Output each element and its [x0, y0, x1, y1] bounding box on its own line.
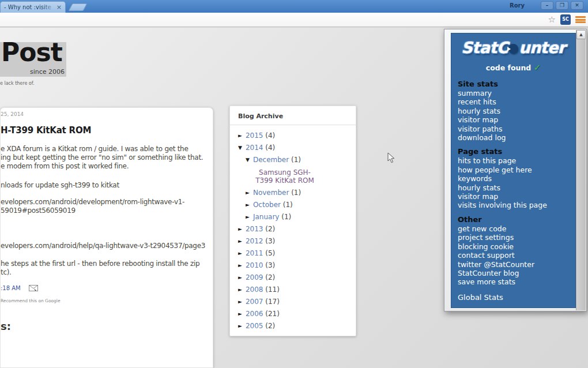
sc-link[interactable]: how people get here	[458, 166, 575, 174]
statcounter-extension-icon[interactable]: SC	[560, 14, 571, 25]
archive-row: ►2012 (3)	[238, 238, 356, 245]
post-url-link[interactable]: evelopers.com/android/help/qa-lightwave-…	[1, 242, 205, 250]
scroll-up-icon[interactable]: ▲	[576, 30, 586, 39]
archive-count: (3)	[263, 237, 275, 245]
archive-link[interactable]: 2015	[246, 132, 263, 140]
statcounter-panel: StatCunter code found ✓ Site statssummar…	[451, 33, 576, 308]
archive-count: (2)	[263, 322, 275, 330]
mouse-cursor	[387, 152, 395, 164]
post-url-link[interactable]: evelopers.com/android/development/rom-li…	[1, 198, 184, 206]
bookmark-star-icon[interactable]: ☆	[548, 14, 556, 25]
expand-triangle-icon[interactable]: ►	[246, 202, 250, 208]
archive-link[interactable]: 2012	[246, 237, 263, 245]
popup-scrollbar[interactable]: ▲	[576, 30, 586, 310]
close-icon[interactable]: ✕	[571, 1, 583, 10]
archive-link[interactable]: 2007	[246, 298, 263, 306]
expand-triangle-icon[interactable]: ►	[238, 299, 242, 305]
chrome-menu-icon[interactable]	[575, 16, 586, 24]
archive-link[interactable]: December	[253, 156, 289, 164]
archive-link[interactable]: 2010	[246, 261, 263, 269]
post-title[interactable]: H-T399 KitKat ROM	[1, 125, 91, 136]
sc-link[interactable]: download log	[458, 133, 575, 142]
sc-link[interactable]: blocking cookie	[458, 242, 575, 251]
post-body-line: nloads for update sgh-t399 to kitkat	[1, 181, 119, 189]
comments-heading-fragment: s:	[1, 320, 11, 332]
blog-tagline: e lack there of.	[0, 81, 35, 86]
archive-count: (4)	[263, 132, 275, 140]
post-body-line: tc).	[1, 268, 12, 276]
post-body-line: he steps at the first url - then before …	[1, 260, 199, 268]
sc-link[interactable]: contact support	[458, 251, 575, 260]
expand-triangle-icon[interactable]: ►	[238, 262, 242, 268]
archive-link[interactable]: 2013	[246, 225, 263, 233]
sc-link[interactable]: summary	[458, 89, 575, 97]
statcounter-popup: ▲ StatCunter code found ✓ Site statssumm…	[444, 29, 587, 311]
archive-link[interactable]: 2006	[246, 310, 263, 318]
archive-link[interactable]: November	[253, 189, 289, 197]
new-tab-button[interactable]	[69, 3, 88, 11]
collapse-triangle-icon[interactable]: ▼	[246, 157, 250, 163]
archive-link[interactable]: 2014	[246, 144, 263, 152]
expand-triangle-icon[interactable]: ►	[238, 133, 242, 138]
sc-link[interactable]: StatCounter blog	[458, 269, 575, 277]
global-stats-link[interactable]: Global Stats	[451, 293, 575, 302]
sc-link[interactable]: project settings	[458, 233, 575, 242]
screenshot-stage: - Why not :visite × Rory – ❐ ✕ ☆ SC Post…	[0, 0, 588, 368]
restore-icon[interactable]: ❐	[556, 1, 568, 10]
archive-link[interactable]: 2009	[246, 273, 263, 281]
email-post-icon[interactable]	[29, 285, 38, 291]
browser-tab[interactable]: - Why not :visite ×	[0, 1, 66, 13]
minimize-icon[interactable]: –	[541, 1, 553, 10]
sc-link[interactable]: twitter @StatCounter	[458, 260, 575, 269]
expand-triangle-icon[interactable]: ►	[238, 238, 242, 244]
expand-triangle-icon[interactable]: ►	[238, 311, 242, 317]
sc-link[interactable]: get new code	[458, 224, 575, 233]
expand-triangle-icon[interactable]: ►	[238, 287, 242, 292]
archive-count: (1)	[281, 201, 293, 209]
post-timestamp-link[interactable]: :18 AM	[1, 285, 21, 291]
sc-link[interactable]: hourly stats	[458, 107, 575, 115]
tab-close-icon[interactable]: ×	[55, 5, 63, 10]
sc-link[interactable]: visitor paths	[458, 125, 575, 133]
sc-section-title: Other	[458, 215, 575, 224]
expand-triangle-icon[interactable]: ►	[246, 214, 250, 220]
sc-link[interactable]: hourly stats	[458, 183, 575, 192]
tab-title: - Why not :visite	[4, 4, 55, 10]
archive-count: (1)	[289, 156, 301, 164]
expand-triangle-icon[interactable]: ►	[238, 275, 242, 280]
archive-row: ►2015 (4)	[238, 132, 356, 140]
post-body-line: e XDA forum is a Kitkat rom / guide. I w…	[1, 145, 189, 153]
sc-link[interactable]: hits to this page	[458, 156, 575, 165]
profile-name[interactable]: Rory	[510, 2, 525, 9]
expand-triangle-icon[interactable]: ►	[238, 250, 242, 256]
sc-link[interactable]: visits involving this page	[458, 201, 575, 209]
archive-link[interactable]: 2008	[246, 286, 263, 294]
archive-row: ►2005 (2)	[238, 322, 356, 330]
archive-link[interactable]: 2005	[246, 322, 263, 330]
browser-titlebar: - Why not :visite × Rory – ❐ ✕	[0, 0, 588, 13]
archive-link[interactable]: 2011	[246, 249, 263, 257]
blog-archive-panel: Blog Archive ►2015 (4)▼2014 (4)▼December…	[229, 106, 356, 336]
sc-link[interactable]: save more stats	[458, 277, 575, 286]
expand-triangle-icon[interactable]: ►	[238, 226, 242, 232]
archive-count: (17)	[263, 298, 279, 306]
sc-link[interactable]: keywords	[458, 174, 575, 183]
recommend-google-link[interactable]: Recommend this on Google	[1, 298, 61, 303]
archive-link[interactable]: October	[253, 201, 281, 209]
archive-post-link[interactable]: Samsung SGH-T399 KitKat ROM	[251, 168, 319, 185]
code-found-label: code found	[486, 63, 532, 72]
sc-link[interactable]: recent hits	[458, 97, 575, 106]
sc-link[interactable]: visitor map	[458, 115, 575, 124]
archive-row: ►2007 (17)	[238, 298, 356, 306]
expand-triangle-icon[interactable]: ►	[246, 190, 250, 196]
sc-link[interactable]: visitor map	[458, 192, 575, 201]
archive-row: Samsung SGH-T399 KitKat ROM	[238, 168, 356, 185]
archive-list: ►2015 (4)▼2014 (4)▼December (1)Samsung S…	[230, 125, 356, 330]
post-url-link[interactable]: 59019#post56059019	[1, 206, 76, 215]
collapse-triangle-icon[interactable]: ▼	[238, 145, 242, 151]
blog-title[interactable]: Post	[1, 37, 62, 67]
sc-section-title: Site stats	[458, 80, 575, 88]
expand-triangle-icon[interactable]: ►	[238, 323, 242, 329]
archive-link[interactable]: January	[253, 213, 280, 221]
post-panel: 25, 2014 H-T399 KitKat ROM e XDA forum i…	[0, 107, 213, 368]
